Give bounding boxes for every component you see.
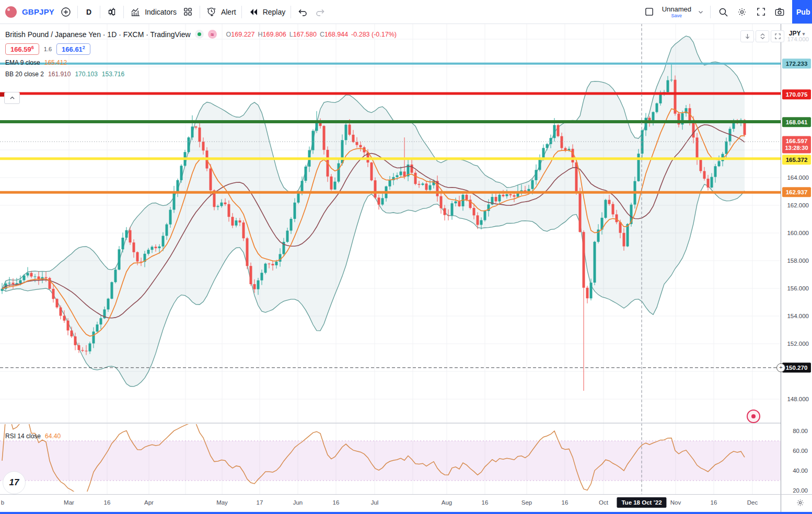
time-tick: 17 <box>257 499 263 506</box>
time-axis-gear-icon[interactable] <box>796 498 805 509</box>
rsi-indicator-row[interactable]: RSI 14 close 64.40 <box>5 433 61 440</box>
ema-label[interactable]: EMA 9 close <box>5 59 40 66</box>
pane-controls <box>740 30 784 42</box>
snapshot-camera-icon[interactable] <box>773 6 786 18</box>
price-tick: 162.000 <box>787 202 809 208</box>
spread-value: 1.6 <box>44 46 52 52</box>
toolbar-separator <box>241 6 242 18</box>
price-tick: 152.000 <box>787 341 809 347</box>
symbol-search-button[interactable]: GBPJPY <box>22 7 54 16</box>
time-tick: Oct <box>599 499 608 506</box>
chart-title[interactable]: British Pound / Japanese Yen · 1D · FXCM… <box>5 30 191 39</box>
toolbar-separator <box>710 6 711 18</box>
rsi-label[interactable]: RSI 14 close <box>5 433 41 440</box>
toolbar-separator <box>291 6 291 18</box>
replay-label: Replay <box>263 8 286 16</box>
time-tick: Sep <box>521 499 532 506</box>
publish-button[interactable]: Pub <box>792 0 812 24</box>
layout-name: Unnamed <box>662 6 691 13</box>
price-level-badge[interactable]: 170.075 <box>782 89 811 99</box>
interval-button[interactable]: D <box>83 8 95 16</box>
ema-indicator-row[interactable]: EMA 9 close 165.412 <box>5 59 397 66</box>
alert-bullseye-icon[interactable] <box>747 410 760 423</box>
time-tick: Nov <box>670 499 681 506</box>
approx-data-icon[interactable]: ≈ <box>208 30 217 39</box>
rsi-band <box>0 441 781 481</box>
chart-stage: British Pound / Japanese Yen · 1D · FXCM… <box>0 24 812 512</box>
alert-clock-icon <box>205 6 218 18</box>
pane-maximize-icon[interactable] <box>771 30 784 42</box>
price-level-badge[interactable]: 162.937 <box>782 187 811 197</box>
indicators-icon <box>129 6 142 18</box>
object-tree-collapse-button[interactable] <box>4 92 20 104</box>
countdown-timer: 13:28:30 <box>782 145 811 152</box>
add-alert-plus-icon[interactable]: + <box>776 363 785 372</box>
chart-type-candles-icon[interactable] <box>106 6 118 18</box>
indicators-button[interactable]: Indicators <box>129 6 177 18</box>
price-tick: 148.000 <box>787 396 809 402</box>
rsi-tick: 40.00 <box>793 468 808 474</box>
redo-icon[interactable] <box>314 6 327 18</box>
bb-lower-value: 153.716 <box>102 71 124 78</box>
time-tick: 16 <box>333 499 340 506</box>
pane-move-down-icon[interactable] <box>740 30 754 42</box>
tradingview-logo-watermark: 17 <box>3 471 26 494</box>
toolbar-separator <box>123 6 124 18</box>
rsi-tick: 60.00 <box>793 448 808 454</box>
market-status-icon <box>195 30 204 39</box>
axis-corner-separator <box>781 495 781 512</box>
toolbar-separator <box>200 6 200 18</box>
time-axis[interactable]: Tue 18 Oct ’22 bMar16AprMay17Jun16JulAug… <box>0 494 812 512</box>
templates-grid-icon[interactable] <box>182 6 194 18</box>
price-axis[interactable]: JPY ▾ 174.000164.000162.000160.000158.00… <box>781 24 812 494</box>
ema-value: 165.412 <box>44 59 67 66</box>
chevron-down-icon[interactable] <box>698 6 704 18</box>
time-tick: 16 <box>711 499 717 506</box>
undo-icon[interactable] <box>296 6 309 18</box>
time-tick: May <box>216 499 228 506</box>
price-level-badge[interactable]: 166.59713:28:30 <box>782 136 811 153</box>
bb-indicator-row[interactable]: BB 20 close 2 161.910 170.103 153.716 <box>5 71 397 78</box>
price-tick: 158.000 <box>787 258 809 264</box>
time-tick: Mar <box>64 499 74 506</box>
price-tick: 154.000 <box>787 313 809 319</box>
layout-name-button[interactable]: Unnamed Save <box>662 6 691 18</box>
time-tick: Jun <box>293 499 303 506</box>
top-toolbar: GBPJPY D Indicators <box>0 0 812 24</box>
indicators-label: Indicators <box>145 8 177 16</box>
replay-button[interactable]: Replay <box>247 6 286 18</box>
price-level-badge[interactable]: 168.041 <box>782 117 811 127</box>
price-level-badge[interactable]: 165.372 <box>782 155 811 165</box>
pane-header: British Pound / Japanese Yen · 1D · FXCM… <box>5 30 397 78</box>
time-tick: 16 <box>104 499 111 506</box>
compare-add-icon[interactable] <box>60 6 72 18</box>
rsi-tick: 80.00 <box>793 428 808 434</box>
price-level-badge[interactable]: 150.270 <box>782 363 811 372</box>
rsi-value: 64.40 <box>45 433 61 440</box>
time-tick: b <box>1 499 4 506</box>
search-icon[interactable] <box>717 6 729 18</box>
time-tick: Aug <box>442 499 452 506</box>
alert-label: Alert <box>221 8 236 16</box>
fullscreen-icon[interactable] <box>755 6 767 18</box>
price-tick: 174.000 <box>787 36 809 42</box>
save-label[interactable]: Save <box>671 14 682 18</box>
time-tick: 16 <box>562 499 569 506</box>
main-chart-canvas[interactable] <box>0 24 812 512</box>
price-level-badge[interactable]: 172.233 <box>782 59 811 68</box>
bottom-accent-bar <box>0 512 812 514</box>
event-date-badge[interactable]: Tue 18 Oct ’22 <box>617 497 666 508</box>
alert-button[interactable]: Alert <box>205 6 236 18</box>
price-tick: 164.000 <box>787 174 809 181</box>
toolbar-separator <box>100 6 100 18</box>
layout-select-icon[interactable] <box>643 6 656 18</box>
sell-button[interactable]: 166.596 <box>5 43 39 55</box>
buy-button[interactable]: 166.612 <box>56 43 90 55</box>
bb-label[interactable]: BB 20 close 2 <box>5 71 44 78</box>
pane-collapse-icon[interactable] <box>756 30 769 42</box>
ohlc-change: -0.283 (-0.17%) <box>351 31 397 38</box>
replay-icon <box>247 6 260 18</box>
time-tick: 16 <box>482 499 489 506</box>
app-logo-icon[interactable] <box>5 6 17 18</box>
settings-gear-icon[interactable] <box>736 6 748 18</box>
